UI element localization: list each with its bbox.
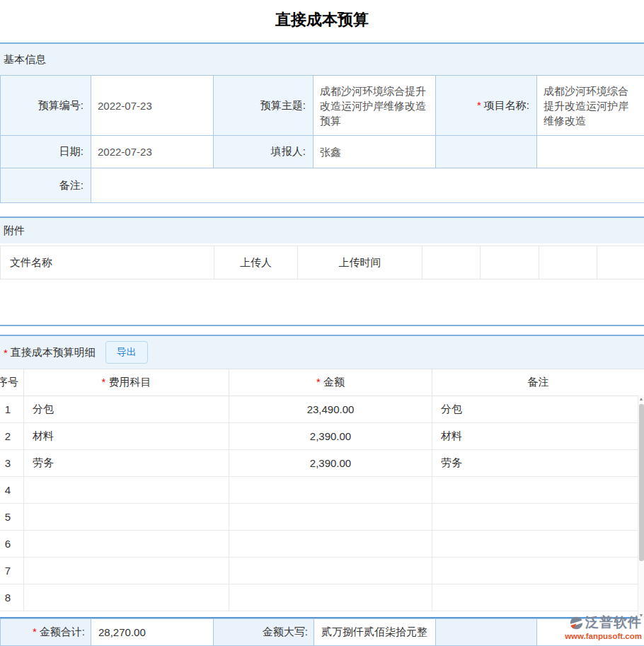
detail-table-container: 序号 *费用科目 *金额 备注 1 分包 23,490.00 分包 2 材料 2… [0,369,644,611]
empty-header-cell [597,246,644,279]
subject-header: *费用科目 [24,369,229,396]
amount-words-label: 金额大写: [214,619,314,646]
scrollbar-thumb[interactable] [639,404,644,561]
fanpu-logo-icon [569,616,584,630]
basic-info-table: 预算编号: 2022-07-23 预算主题: 成都沙河环境综合提升改造运河护岸维… [0,75,644,203]
date-value: 2022-07-23 [91,136,214,168]
table-row: 备注: [1,168,644,203]
required-marker: * [102,376,106,388]
subject-cell [24,558,229,584]
empty-label-cell [436,619,537,646]
seq-cell: 2 [0,423,24,450]
basic-info-section-title: 基本信息 [4,53,46,67]
vendor-brand-name: 泛普软件 [585,613,642,632]
amount-cell [229,531,432,558]
empty-header-cell [422,246,481,279]
date-label: 日期: [1,136,91,168]
seq-cell: 7 [0,558,24,584]
budget-subject-label: 预算主题: [214,76,314,136]
empty-value-cell [537,136,644,168]
totals-table: *金额合计: 28,270.00 金额大写: 贰万捌仟贰佰柒拾元整 [0,618,644,646]
total-amount-value: 28,270.00 [91,619,214,646]
project-name-label: *项目名称: [436,76,537,136]
table-row: 日期: 2022-07-23 填报人: 张鑫 [1,136,644,168]
seq-cell: 1 [0,396,24,423]
amount-words-value: 贰万捌仟贰佰柒拾元整 [314,619,436,646]
remark-cell [432,504,644,531]
file-name-header: 文件名称 [1,246,214,279]
basic-info-section-header: 基本信息 [0,42,644,75]
remark-cell [432,477,644,504]
subject-cell [24,584,229,611]
budget-no-value: 2022-07-23 [91,76,214,136]
reporter-label: 填报人: [214,136,314,168]
amount-header: *金额 [229,369,432,396]
attachments-table: 文件名称 上传人 上传时间 [0,246,644,279]
seq-cell: 6 [0,531,24,558]
budget-subject-value: 成都沙河环境综合提升改造运河护岸维修改造预算 [314,76,436,136]
seq-header: 序号 [0,369,24,396]
table-row: 3 劳务 2,390.00 劳务 [0,450,644,477]
empty-header-cell [481,246,539,279]
attachments-section-title: 附件 [4,224,25,238]
table-row: 4 [0,477,644,504]
upload-time-header: 上传时间 [298,246,422,279]
attachments-section-header: 附件 [0,217,644,243]
required-marker: * [316,376,321,388]
project-name-value: 成都沙河环境综合提升改造运河护岸维修改造 [537,76,644,136]
amount-cell [229,504,432,531]
amount-cell: 2,390.00 [229,423,432,450]
detail-header-row: 序号 *费用科目 *金额 备注 [0,369,644,396]
seq-cell: 5 [0,504,24,531]
attachments-empty-area [0,279,644,326]
table-row: 7 [0,558,644,584]
remark-header: 备注 [432,369,644,396]
seq-cell: 8 [0,584,24,611]
remark-cell [432,584,644,611]
remark-cell: 分包 [432,396,644,423]
total-amount-label: *金额合计: [1,619,91,646]
vendor-url-link[interactable]: www.fanpusoft.com [565,632,642,641]
seq-cell: 4 [0,477,24,504]
remark-cell: 材料 [432,423,644,450]
amount-cell [229,558,432,584]
budget-no-label: 预算编号: [1,76,91,136]
table-row: 8 [0,584,644,611]
table-row: 2 材料 2,390.00 材料 [0,423,644,450]
subject-cell: 材料 [24,423,229,450]
table-row: 6 [0,531,644,558]
detail-section-header: * 直接成本预算明细 导出 [0,335,644,369]
amount-cell [229,584,432,611]
amount-cell [229,477,432,504]
remark-cell [432,558,644,584]
table-row: 预算编号: 2022-07-23 预算主题: 成都沙河环境综合提升改造运河护岸维… [1,76,644,136]
subject-cell: 劳务 [24,450,229,477]
page-title: 直接成本预算 [0,0,644,42]
totals-bar: *金额合计: 28,270.00 金额大写: 贰万捌仟贰佰柒拾元整 [0,617,644,646]
required-marker: * [4,347,8,359]
attachments-header-row: 文件名称 上传人 上传时间 [1,246,644,279]
subject-cell: 分包 [24,396,229,423]
detail-section-title: 直接成本预算明细 [11,346,96,359]
vertical-scrollbar[interactable]: ▲ ▼ [638,395,644,620]
amount-cell: 2,390.00 [229,450,432,477]
detail-table: 序号 *费用科目 *金额 备注 1 分包 23,490.00 分包 2 材料 2… [0,369,644,611]
empty-label-cell [436,136,537,168]
subject-cell [24,504,229,531]
table-row: *金额合计: 28,270.00 金额大写: 贰万捌仟贰佰柒拾元整 [1,619,644,646]
remark-value [91,168,644,203]
empty-header-cell [539,246,597,279]
table-row: 5 [0,504,644,531]
subject-cell [24,477,229,504]
export-button[interactable]: 导出 [105,341,148,364]
subject-cell [24,531,229,558]
remark-cell [432,531,644,558]
required-marker: * [33,625,37,638]
vendor-watermark: 泛普软件 www.fanpusoft.com [565,613,642,641]
seq-cell: 3 [0,450,24,477]
remark-label: 备注: [1,168,91,203]
table-row: 1 分包 23,490.00 分包 [0,396,644,423]
uploader-header: 上传人 [214,246,298,279]
scrollbar-up-arrow-icon[interactable]: ▲ [638,396,644,403]
reporter-value: 张鑫 [314,136,436,168]
